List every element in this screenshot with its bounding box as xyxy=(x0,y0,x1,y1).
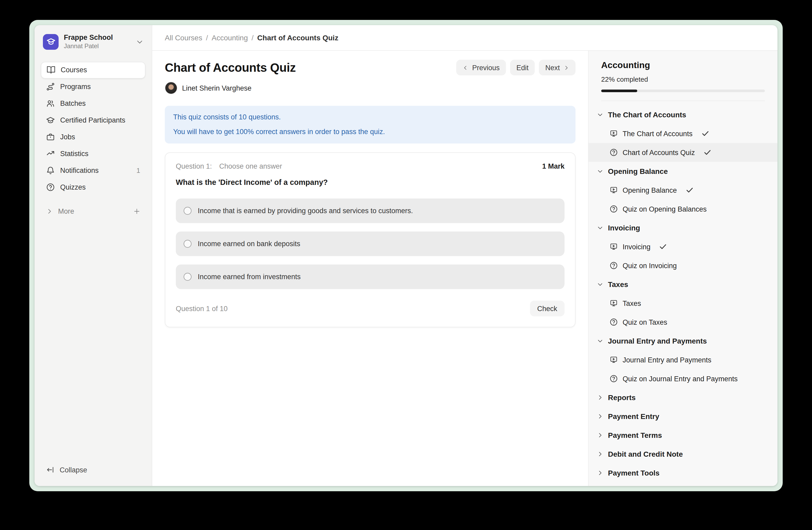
radio-button[interactable] xyxy=(184,273,191,281)
section-title: Debit and Credit Note xyxy=(608,450,683,458)
trending-up-icon xyxy=(46,150,55,158)
sidebar-item-notifications[interactable]: Notifications 1 xyxy=(41,162,145,179)
outline-lesson[interactable]: Opening Balance xyxy=(589,181,778,199)
lesson-icon xyxy=(610,355,618,364)
outline-section-invoicing[interactable]: Invoicing xyxy=(589,219,778,237)
question-instruction: Choose one answer xyxy=(219,163,282,170)
quiz-notice-banner: This quiz consists of 10 questions. You … xyxy=(165,106,576,144)
bell-icon xyxy=(46,166,55,175)
sidebar-item-statistics[interactable]: Statistics xyxy=(41,145,145,162)
section-title: Journal Entry and Payments xyxy=(608,337,707,345)
sidebar-collapse-button[interactable]: Collapse xyxy=(41,462,145,478)
outline-section-reports[interactable]: Reports xyxy=(589,388,778,407)
collapse-sidebar-icon xyxy=(46,465,54,474)
lesson-icon xyxy=(610,129,618,138)
outline-lesson[interactable]: The Chart of Accounts xyxy=(589,124,778,143)
content-row: Chart of Accounts Quiz Previous Edit xyxy=(152,51,778,486)
title-row: Chart of Accounts Quiz Previous Edit xyxy=(165,60,576,75)
lesson-label: Invoicing xyxy=(623,243,651,251)
course-panel-header: Accounting 22% completed xyxy=(589,51,778,101)
chevron-down-icon xyxy=(597,112,603,118)
chevron-right-icon xyxy=(564,65,569,70)
users-icon xyxy=(46,99,55,108)
course-outline-panel: Accounting 22% completed The Chart of Ac… xyxy=(588,51,778,486)
workspace-switcher[interactable]: Frappe School Jannat Patel xyxy=(41,32,145,51)
sidebar-item-label: Jobs xyxy=(60,133,75,141)
briefcase-icon xyxy=(46,133,55,142)
workspace-labels: Frappe School Jannat Patel xyxy=(64,33,113,50)
question-text: What is the 'Direct Income' of a company… xyxy=(176,178,565,187)
chevron-right-icon xyxy=(597,432,603,438)
sidebar-item-quizzes[interactable]: Quizzes xyxy=(41,179,145,196)
edit-button[interactable]: Edit xyxy=(510,60,535,75)
breadcrumb-all-courses[interactable]: All Courses xyxy=(165,33,202,42)
next-button[interactable]: Next xyxy=(539,60,576,75)
outline-section-payment-tools[interactable]: Payment Tools xyxy=(589,463,778,482)
course-progress-bar xyxy=(601,89,765,92)
outline-section-opening-balance[interactable]: Opening Balance xyxy=(589,162,778,181)
lesson-label: The Chart of Accounts xyxy=(623,130,693,138)
sidebar-item-label: Statistics xyxy=(60,150,88,158)
outline-lesson[interactable]: Invoicing xyxy=(589,237,778,256)
answer-option-2[interactable]: Income earned on bank deposits xyxy=(176,232,565,256)
help-circle-icon xyxy=(610,375,618,383)
collapse-label: Collapse xyxy=(60,466,87,474)
quiz-label: Quiz on Taxes xyxy=(623,318,667,326)
sidebar-item-certified-participants[interactable]: Certified Participants xyxy=(41,112,145,129)
outline-lesson[interactable]: Taxes xyxy=(589,294,778,313)
section-title: Payment Entry xyxy=(608,412,659,420)
outline-quiz[interactable]: Quiz on Opening Balances xyxy=(589,199,778,219)
chevron-left-icon xyxy=(463,65,468,70)
previous-button[interactable]: Previous xyxy=(456,60,506,75)
section-title: Invoicing xyxy=(608,224,640,232)
sidebar-item-courses[interactable]: Courses xyxy=(41,62,145,79)
breadcrumb-separator: / xyxy=(206,33,208,42)
outline-section-journal-entry[interactable]: Journal Entry and Payments xyxy=(589,332,778,350)
help-circle-icon xyxy=(610,205,618,213)
lesson-label: Journal Entry and Payments xyxy=(623,356,711,364)
outline-section-payment-entry[interactable]: Payment Entry xyxy=(589,407,778,426)
outline-section-taxes[interactable]: Taxes xyxy=(589,275,778,294)
sidebar-more[interactable]: More xyxy=(41,203,145,220)
sidebar-item-batches[interactable]: Batches xyxy=(41,95,145,112)
lesson-icon xyxy=(610,242,618,251)
chevron-down-icon xyxy=(597,338,603,344)
breadcrumb-accounting[interactable]: Accounting xyxy=(212,33,248,42)
outline-quiz[interactable]: Quiz on Journal Entry and Payments xyxy=(589,369,778,388)
check-button[interactable]: Check xyxy=(530,301,565,317)
outline-quiz[interactable]: Quiz on Invoicing xyxy=(589,256,778,275)
sidebar-item-jobs[interactable]: Jobs xyxy=(41,129,145,145)
left-sidebar: Frappe School Jannat Patel Courses Progr… xyxy=(34,25,152,486)
frappe-school-logo xyxy=(43,34,59,50)
outline-quiz-active[interactable]: Chart of Accounts Quiz xyxy=(589,143,778,162)
author-avatar xyxy=(165,82,177,94)
breadcrumb-current: Chart of Accounts Quiz xyxy=(257,33,338,42)
sidebar-item-programs[interactable]: Programs xyxy=(41,79,145,95)
desktop: Frappe School Jannat Patel Courses Progr… xyxy=(0,0,812,530)
radio-button[interactable] xyxy=(184,240,191,248)
app-title: Frappe School xyxy=(64,33,113,42)
outline-section-payment-terms[interactable]: Payment Terms xyxy=(589,426,778,445)
outline-section-chart-of-accounts[interactable]: The Chart of Accounts xyxy=(589,105,778,124)
notice-line-2: You will have to get 100% correct answer… xyxy=(173,127,567,137)
answer-option-3[interactable]: Income earned from investments xyxy=(176,265,565,289)
plus-icon[interactable] xyxy=(133,208,140,215)
outline-quiz[interactable]: Quiz on Taxes xyxy=(589,313,778,332)
page-actions: Previous Edit Next xyxy=(456,60,576,75)
more-label: More xyxy=(58,208,74,215)
section-title: Opening Balance xyxy=(608,167,668,176)
check-icon xyxy=(659,242,667,251)
answer-option-1[interactable]: Income that is earned by providing goods… xyxy=(176,199,565,223)
chevron-right-icon xyxy=(597,470,603,476)
breadcrumb-separator: / xyxy=(252,33,254,42)
user-name: Jannat Patel xyxy=(64,42,113,50)
chevron-down-icon xyxy=(597,281,603,288)
quiz-label: Quiz on Journal Entry and Payments xyxy=(623,375,738,382)
next-label: Next xyxy=(545,64,560,71)
answer-option-label: Income earned from investments xyxy=(198,273,301,281)
outline-section-debit-credit-note[interactable]: Debit and Credit Note xyxy=(589,445,778,463)
check-icon xyxy=(703,148,712,157)
outline-lesson[interactable]: Journal Entry and Payments xyxy=(589,350,778,369)
notification-count-badge: 1 xyxy=(136,167,140,175)
radio-button[interactable] xyxy=(184,207,191,215)
